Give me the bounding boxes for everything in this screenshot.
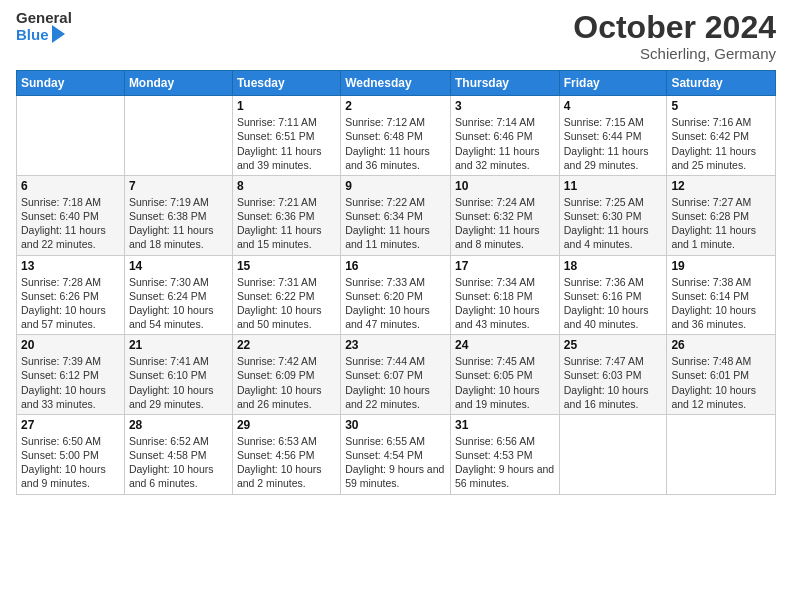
calendar-cell: 7Sunrise: 7:19 AM Sunset: 6:38 PM Daylig… <box>124 175 232 255</box>
calendar-cell: 5Sunrise: 7:16 AM Sunset: 6:42 PM Daylig… <box>667 96 776 176</box>
day-header-thursday: Thursday <box>450 71 559 96</box>
logo: General Blue <box>16 10 72 43</box>
calendar-cell: 19Sunrise: 7:38 AM Sunset: 6:14 PM Dayli… <box>667 255 776 335</box>
calendar-cell: 1Sunrise: 7:11 AM Sunset: 6:51 PM Daylig… <box>232 96 340 176</box>
day-number: 19 <box>671 259 771 273</box>
day-number: 4 <box>564 99 663 113</box>
calendar-cell: 15Sunrise: 7:31 AM Sunset: 6:22 PM Dayli… <box>232 255 340 335</box>
day-number: 3 <box>455 99 555 113</box>
calendar-cell: 2Sunrise: 7:12 AM Sunset: 6:48 PM Daylig… <box>341 96 451 176</box>
calendar-cell: 12Sunrise: 7:27 AM Sunset: 6:28 PM Dayli… <box>667 175 776 255</box>
day-info: Sunrise: 7:15 AM Sunset: 6:44 PM Dayligh… <box>564 115 663 172</box>
calendar-cell: 4Sunrise: 7:15 AM Sunset: 6:44 PM Daylig… <box>559 96 667 176</box>
calendar-cell: 17Sunrise: 7:34 AM Sunset: 6:18 PM Dayli… <box>450 255 559 335</box>
calendar-cell: 8Sunrise: 7:21 AM Sunset: 6:36 PM Daylig… <box>232 175 340 255</box>
day-info: Sunrise: 7:42 AM Sunset: 6:09 PM Dayligh… <box>237 354 336 411</box>
calendar-week-5: 27Sunrise: 6:50 AM Sunset: 5:00 PM Dayli… <box>17 414 776 494</box>
day-number: 28 <box>129 418 228 432</box>
day-number: 15 <box>237 259 336 273</box>
day-info: Sunrise: 6:52 AM Sunset: 4:58 PM Dayligh… <box>129 434 228 491</box>
day-info: Sunrise: 7:48 AM Sunset: 6:01 PM Dayligh… <box>671 354 771 411</box>
day-header-tuesday: Tuesday <box>232 71 340 96</box>
day-info: Sunrise: 6:53 AM Sunset: 4:56 PM Dayligh… <box>237 434 336 491</box>
day-info: Sunrise: 7:47 AM Sunset: 6:03 PM Dayligh… <box>564 354 663 411</box>
day-number: 6 <box>21 179 120 193</box>
day-info: Sunrise: 7:31 AM Sunset: 6:22 PM Dayligh… <box>237 275 336 332</box>
calendar-cell: 6Sunrise: 7:18 AM Sunset: 6:40 PM Daylig… <box>17 175 125 255</box>
calendar-cell: 3Sunrise: 7:14 AM Sunset: 6:46 PM Daylig… <box>450 96 559 176</box>
calendar-cell: 16Sunrise: 7:33 AM Sunset: 6:20 PM Dayli… <box>341 255 451 335</box>
day-info: Sunrise: 7:28 AM Sunset: 6:26 PM Dayligh… <box>21 275 120 332</box>
calendar-header-row: SundayMondayTuesdayWednesdayThursdayFrid… <box>17 71 776 96</box>
page-header: General Blue October 2024 Schierling, Ge… <box>16 10 776 62</box>
day-number: 29 <box>237 418 336 432</box>
day-info: Sunrise: 7:45 AM Sunset: 6:05 PM Dayligh… <box>455 354 555 411</box>
day-info: Sunrise: 7:36 AM Sunset: 6:16 PM Dayligh… <box>564 275 663 332</box>
day-number: 8 <box>237 179 336 193</box>
calendar-title: October 2024 <box>573 10 776 45</box>
day-info: Sunrise: 6:55 AM Sunset: 4:54 PM Dayligh… <box>345 434 446 491</box>
calendar-cell: 10Sunrise: 7:24 AM Sunset: 6:32 PM Dayli… <box>450 175 559 255</box>
calendar-week-4: 20Sunrise: 7:39 AM Sunset: 6:12 PM Dayli… <box>17 335 776 415</box>
calendar-cell: 25Sunrise: 7:47 AM Sunset: 6:03 PM Dayli… <box>559 335 667 415</box>
day-info: Sunrise: 7:39 AM Sunset: 6:12 PM Dayligh… <box>21 354 120 411</box>
day-info: Sunrise: 6:50 AM Sunset: 5:00 PM Dayligh… <box>21 434 120 491</box>
calendar-cell: 27Sunrise: 6:50 AM Sunset: 5:00 PM Dayli… <box>17 414 125 494</box>
day-info: Sunrise: 7:27 AM Sunset: 6:28 PM Dayligh… <box>671 195 771 252</box>
day-number: 13 <box>21 259 120 273</box>
calendar-week-3: 13Sunrise: 7:28 AM Sunset: 6:26 PM Dayli… <box>17 255 776 335</box>
logo-blue: Blue <box>16 27 49 44</box>
day-info: Sunrise: 7:11 AM Sunset: 6:51 PM Dayligh… <box>237 115 336 172</box>
day-info: Sunrise: 7:38 AM Sunset: 6:14 PM Dayligh… <box>671 275 771 332</box>
day-number: 31 <box>455 418 555 432</box>
day-info: Sunrise: 7:12 AM Sunset: 6:48 PM Dayligh… <box>345 115 446 172</box>
day-info: Sunrise: 7:19 AM Sunset: 6:38 PM Dayligh… <box>129 195 228 252</box>
calendar-cell: 20Sunrise: 7:39 AM Sunset: 6:12 PM Dayli… <box>17 335 125 415</box>
calendar-subtitle: Schierling, Germany <box>573 45 776 62</box>
calendar-cell <box>559 414 667 494</box>
title-block: October 2024 Schierling, Germany <box>573 10 776 62</box>
day-info: Sunrise: 7:41 AM Sunset: 6:10 PM Dayligh… <box>129 354 228 411</box>
calendar-cell: 13Sunrise: 7:28 AM Sunset: 6:26 PM Dayli… <box>17 255 125 335</box>
calendar-cell: 22Sunrise: 7:42 AM Sunset: 6:09 PM Dayli… <box>232 335 340 415</box>
calendar-week-2: 6Sunrise: 7:18 AM Sunset: 6:40 PM Daylig… <box>17 175 776 255</box>
day-number: 2 <box>345 99 446 113</box>
day-info: Sunrise: 7:34 AM Sunset: 6:18 PM Dayligh… <box>455 275 555 332</box>
day-info: Sunrise: 7:22 AM Sunset: 6:34 PM Dayligh… <box>345 195 446 252</box>
day-number: 21 <box>129 338 228 352</box>
day-number: 14 <box>129 259 228 273</box>
day-number: 10 <box>455 179 555 193</box>
day-number: 11 <box>564 179 663 193</box>
calendar-cell: 26Sunrise: 7:48 AM Sunset: 6:01 PM Dayli… <box>667 335 776 415</box>
day-number: 1 <box>237 99 336 113</box>
day-info: Sunrise: 7:33 AM Sunset: 6:20 PM Dayligh… <box>345 275 446 332</box>
day-info: Sunrise: 7:24 AM Sunset: 6:32 PM Dayligh… <box>455 195 555 252</box>
day-info: Sunrise: 7:44 AM Sunset: 6:07 PM Dayligh… <box>345 354 446 411</box>
calendar-cell: 23Sunrise: 7:44 AM Sunset: 6:07 PM Dayli… <box>341 335 451 415</box>
day-number: 5 <box>671 99 771 113</box>
day-number: 12 <box>671 179 771 193</box>
calendar-cell: 31Sunrise: 6:56 AM Sunset: 4:53 PM Dayli… <box>450 414 559 494</box>
day-header-wednesday: Wednesday <box>341 71 451 96</box>
calendar-cell <box>17 96 125 176</box>
day-number: 9 <box>345 179 446 193</box>
day-number: 7 <box>129 179 228 193</box>
day-header-friday: Friday <box>559 71 667 96</box>
calendar-page: General Blue October 2024 Schierling, Ge… <box>0 0 792 612</box>
day-info: Sunrise: 7:18 AM Sunset: 6:40 PM Dayligh… <box>21 195 120 252</box>
day-number: 17 <box>455 259 555 273</box>
day-header-monday: Monday <box>124 71 232 96</box>
calendar-cell: 28Sunrise: 6:52 AM Sunset: 4:58 PM Dayli… <box>124 414 232 494</box>
calendar-table: SundayMondayTuesdayWednesdayThursdayFrid… <box>16 70 776 494</box>
day-info: Sunrise: 7:25 AM Sunset: 6:30 PM Dayligh… <box>564 195 663 252</box>
calendar-week-1: 1Sunrise: 7:11 AM Sunset: 6:51 PM Daylig… <box>17 96 776 176</box>
calendar-cell: 18Sunrise: 7:36 AM Sunset: 6:16 PM Dayli… <box>559 255 667 335</box>
day-number: 26 <box>671 338 771 352</box>
logo-arrow-icon <box>52 25 65 43</box>
day-number: 25 <box>564 338 663 352</box>
calendar-cell <box>667 414 776 494</box>
day-number: 18 <box>564 259 663 273</box>
calendar-cell: 29Sunrise: 6:53 AM Sunset: 4:56 PM Dayli… <box>232 414 340 494</box>
day-number: 27 <box>21 418 120 432</box>
day-header-saturday: Saturday <box>667 71 776 96</box>
